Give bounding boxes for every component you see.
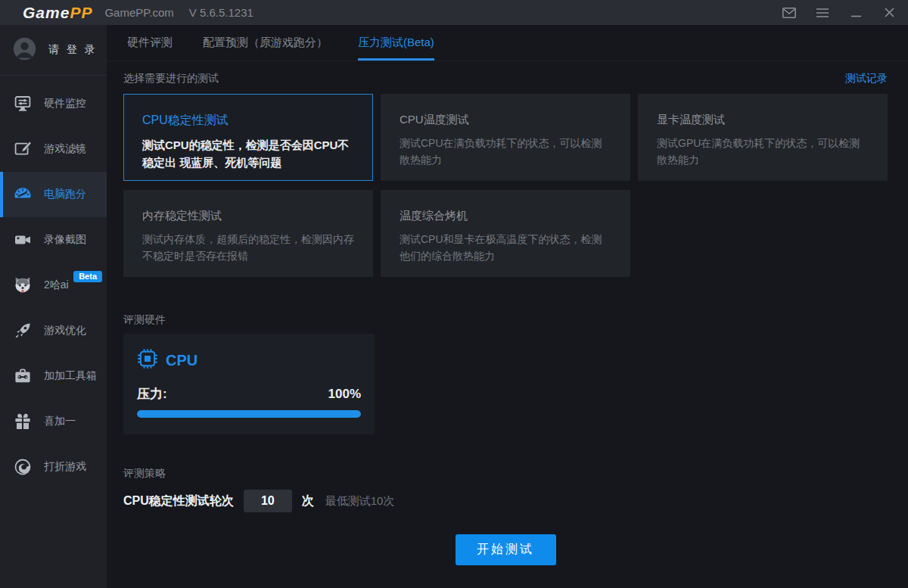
cpu-pressure-label: 压力:: [137, 385, 167, 403]
sidebar-item-label: 游戏滤镜: [44, 142, 86, 156]
sidebar-item-label: 硬件监控: [44, 97, 86, 110]
test-card-combined-bake[interactable]: 温度综合烤机 测试CPU和显卡在极高温度下的状态，检测他们的综合散热能力: [381, 190, 630, 277]
sidebar-item-2ha-ai[interactable]: 2哈ai Beta: [0, 263, 107, 308]
gamepp-window: GamePP GamePP.com V 5.6.5.1231: [0, 0, 908, 588]
rounds-input[interactable]: [244, 490, 292, 512]
test-records-link[interactable]: 测试记录: [845, 72, 888, 86]
test-card-desc: 测试GPU在满负载功耗下的状态，可以检测散热能力: [657, 135, 869, 168]
tab-stress-test[interactable]: 压力测试(Beta): [358, 25, 434, 61]
hardware-section-label: 评测硬件: [123, 313, 888, 327]
sidebar-item-free-games[interactable]: 喜加一: [0, 399, 107, 444]
test-card-title: 显卡温度测试: [657, 113, 869, 127]
login-button[interactable]: 请 登 录: [0, 25, 107, 76]
minimize-icon[interactable]: [849, 6, 863, 20]
tab-config-predict[interactable]: 配置预测（原游戏跑分）: [203, 25, 328, 61]
test-card-title: CPU温度测试: [400, 113, 611, 127]
test-cards-grid: CPU稳定性测试 测试CPU的稳定性，检测是否会因CPU不稳定出 现蓝屏、死机等…: [123, 94, 888, 277]
cpu-chip-icon: [137, 348, 158, 372]
gamepp-logo: GamePP: [23, 4, 92, 22]
titlebar: GamePP GamePP.com V 5.6.5.1231: [0, 0, 908, 25]
husky-icon: [13, 275, 33, 295]
sidebar-item-pc-benchmark[interactable]: 电脑跑分: [0, 172, 107, 217]
sidebar-item-game-optimize[interactable]: 游戏优化: [0, 308, 107, 353]
sidebar-item-discount-games[interactable]: 打折游戏: [0, 444, 107, 490]
gauge-icon: [13, 185, 33, 204]
rounds-hint: 最低测试10次: [325, 494, 395, 509]
monitor-icon: [13, 94, 33, 114]
test-card-title: 温度综合烤机: [400, 209, 611, 223]
close-icon[interactable]: [882, 6, 896, 20]
content: 硬件评测 配置预测（原游戏跑分） 压力测试(Beta) 选择需要进行的测试 测试…: [107, 25, 908, 588]
sidebar: 请 登 录 硬件监控 游戏滤镜: [0, 25, 107, 588]
tabbar: 硬件评测 配置预测（原游戏跑分） 压力测试(Beta): [107, 25, 908, 61]
sidebar-item-label: 加加工具箱: [44, 369, 97, 383]
logo-game-text: Game: [23, 4, 70, 21]
test-card-memory-stability[interactable]: 内存稳定性测试 测试内存体质，超频后的稳定性，检测因内存 不稳定时是否存在报错: [123, 190, 373, 277]
test-card-desc: 测试CPU的稳定性，检测是否会因CPU不稳定出 现蓝屏、死机等问题: [142, 137, 354, 171]
sidebar-item-recording[interactable]: 录像截图: [0, 217, 107, 263]
test-card-title: CPU稳定性测试: [142, 113, 354, 129]
filter-icon: [13, 139, 33, 159]
start-test-button[interactable]: 开始测试: [456, 534, 556, 565]
stress-test-panel: 选择需要进行的测试 测试记录 CPU稳定性测试 测试CPU的稳定性，检测是否会因…: [107, 61, 908, 565]
sidebar-item-label: 录像截图: [44, 233, 86, 247]
version-label: V 5.6.5.1231: [189, 6, 253, 19]
beta-badge: Beta: [73, 271, 102, 282]
mail-icon[interactable]: [782, 6, 796, 20]
sidebar-nav: 硬件监控 游戏滤镜 电脑跑分: [0, 76, 107, 490]
test-card-desc: 测试内存体质，超频后的稳定性，检测因内存 不稳定时是否存在报错: [142, 232, 354, 264]
sidebar-item-label: 2哈ai: [44, 278, 69, 292]
cpu-pressure-value: 100%: [328, 387, 361, 402]
sidebar-item-toolbox[interactable]: 加加工具箱: [0, 353, 107, 399]
strategy-section-label: 评测策略: [123, 467, 888, 481]
toolbox-icon: [13, 366, 33, 386]
test-card-desc: 测试CPU和显卡在极高温度下的状态，检测他们的综合散热能力: [400, 232, 611, 264]
test-card-desc: 测试CPU在满负载功耗下的状态，可以检测散热能力: [400, 135, 611, 168]
login-label: 请 登 录: [48, 43, 98, 57]
avatar-icon: [13, 37, 36, 64]
strategy-row: CPU稳定性测试轮次 次 最低测试10次: [123, 490, 888, 512]
gift-icon: [13, 412, 33, 431]
logo-pp-text: PP: [70, 4, 92, 21]
sidebar-item-label: 电脑跑分: [44, 188, 86, 201]
tab-hardware-test[interactable]: 硬件评测: [127, 25, 173, 61]
menu-icon[interactable]: [816, 6, 829, 20]
sidebar-item-label: 打折游戏: [44, 460, 86, 474]
site-label: GamePP.com: [104, 6, 173, 19]
rocket-icon: [13, 321, 33, 341]
test-card-cpu-temp[interactable]: CPU温度测试 测试CPU在满负载功耗下的状态，可以检测散热能力: [381, 94, 630, 181]
sidebar-item-game-filter[interactable]: 游戏滤镜: [0, 126, 107, 172]
sidebar-item-label: 喜加一: [44, 415, 76, 428]
test-card-gpu-temp[interactable]: 显卡温度测试 测试GPU在满负载功耗下的状态，可以检测散热能力: [638, 94, 888, 181]
cpu-card-name: CPU: [166, 352, 197, 369]
cpu-pressure-bar-fill: [137, 410, 361, 418]
sidebar-item-hardware-monitor[interactable]: 硬件监控: [0, 81, 107, 126]
rounds-label: CPU稳定性测试轮次: [123, 493, 234, 509]
phoenix-icon: [13, 457, 33, 477]
select-test-section-label: 选择需要进行的测试: [123, 72, 219, 86]
cpu-hardware-card: CPU 压力: 100%: [123, 334, 375, 434]
test-card-title: 内存稳定性测试: [142, 209, 354, 223]
test-card-cpu-stability[interactable]: CPU稳定性测试 测试CPU的稳定性，检测是否会因CPU不稳定出 现蓝屏、死机等…: [123, 94, 373, 181]
sidebar-item-label: 游戏优化: [44, 324, 86, 338]
cpu-pressure-bar: [137, 410, 361, 418]
camera-icon: [13, 230, 33, 250]
rounds-unit-label: 次: [302, 493, 314, 509]
